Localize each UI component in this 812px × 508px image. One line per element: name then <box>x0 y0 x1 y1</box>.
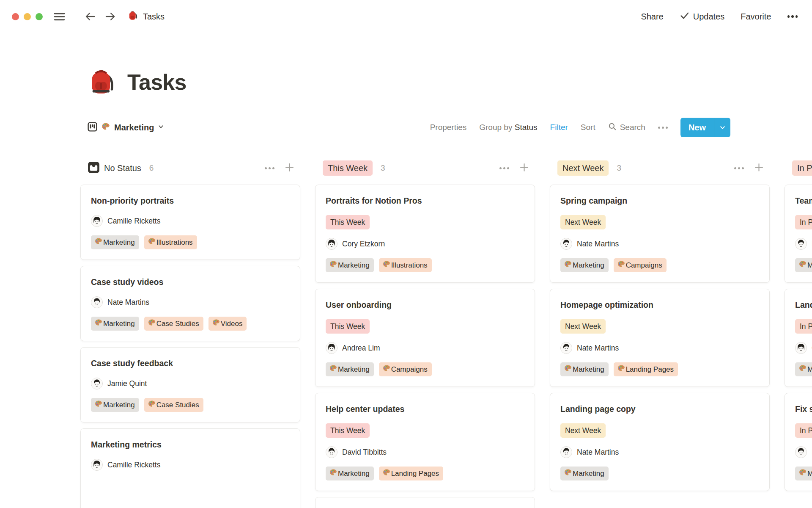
avatar <box>560 342 572 354</box>
column-name-badge: Next Week <box>557 160 609 176</box>
more-options-icon[interactable] <box>787 15 798 18</box>
column-name-badge: In Pr <box>792 160 812 176</box>
breadcrumb-title: Tasks <box>143 12 165 22</box>
card-title: Portraits for Notion Pros <box>326 195 524 207</box>
palette-icon <box>617 364 625 375</box>
sort-button[interactable]: Sort <box>581 123 595 132</box>
task-card[interactable]: Non-priority portraits Camille Ricketts … <box>80 185 300 260</box>
column-add-icon[interactable] <box>285 163 294 174</box>
palette-icon <box>329 468 337 479</box>
new-button-label[interactable]: New <box>680 118 714 137</box>
assignee-name: Camille Ricketts <box>107 215 160 227</box>
card-partial[interactable] <box>315 497 535 508</box>
avatar <box>326 446 337 458</box>
chevron-down-icon <box>158 124 164 132</box>
tag: Marketing <box>326 467 374 480</box>
sidebar-menu-icon[interactable] <box>53 10 66 23</box>
view-toolbar: Marketing Properties Group by Status Fil… <box>0 118 812 137</box>
column-more-icon[interactable] <box>734 167 744 169</box>
card-title: Landing page copy <box>560 403 759 415</box>
column-header[interactable]: Next Week 3 <box>550 158 770 178</box>
task-card[interactable]: Help center updates This Week David Tibb… <box>315 393 535 491</box>
task-card[interactable]: Case study videos Nate Martins Marketing… <box>80 266 300 341</box>
assignee: Camille Ricketts <box>91 459 290 471</box>
tags-row: Marketing Campaigns <box>560 258 759 272</box>
page-title[interactable]: Tasks <box>127 71 187 93</box>
updates-button[interactable]: Updates <box>680 11 725 22</box>
assignee-name: Nate Martins <box>577 342 619 354</box>
view-selector[interactable]: Marketing <box>88 122 164 133</box>
zoom-window-button[interactable] <box>36 13 43 20</box>
assignee: Nate Martins <box>560 238 759 250</box>
assignee-name: Nate Martins <box>577 238 619 250</box>
card-title: Marketing metrics <box>91 439 290 450</box>
column-header[interactable]: No Status 6 <box>80 158 300 178</box>
palette-icon <box>148 318 156 329</box>
backpack-icon <box>128 10 138 23</box>
toolbar-actions: Properties Group by Status Filter Sort S… <box>430 118 730 137</box>
column-add-icon[interactable] <box>754 163 764 174</box>
assignee-name: David Tibbitts <box>342 446 387 458</box>
tag: M <box>795 362 812 376</box>
tags-row: Marketing Illustrations <box>326 258 524 272</box>
column-more-icon[interactable] <box>499 167 509 169</box>
palette-icon <box>212 318 220 329</box>
backpack-icon[interactable] <box>88 67 116 97</box>
back-arrow-icon[interactable] <box>84 10 96 23</box>
group-by-button[interactable]: Group by Status <box>479 123 537 132</box>
breadcrumb[interactable]: Tasks <box>128 10 165 23</box>
column-count: 3 <box>381 163 385 173</box>
avatar <box>795 446 807 458</box>
favorite-button[interactable]: Favorite <box>741 12 771 22</box>
assignee-name: Cory Etzkorn <box>342 238 385 250</box>
column-header[interactable]: In Pr <box>785 158 812 178</box>
task-card[interactable]: Land In P C M La <box>785 289 812 387</box>
status-badge: Next Week <box>560 423 606 438</box>
column-header[interactable]: This Week 3 <box>315 158 535 178</box>
card-title: Land <box>795 299 812 311</box>
avatar <box>795 342 807 354</box>
column-cards: Non-priority portraits Camille Ricketts … <box>80 185 300 508</box>
task-card[interactable]: Fix s In P D M <box>785 393 812 491</box>
assignee: Camille Ricketts <box>91 215 290 227</box>
avatar <box>560 446 572 458</box>
task-card[interactable]: Portraits for Notion Pros This Week Cory… <box>315 185 535 283</box>
tag: Marketing <box>91 317 139 331</box>
card-title: Non-priority portraits <box>91 195 290 207</box>
task-card[interactable]: Spring campaign Next Week Nate Martins M… <box>550 185 770 283</box>
palette-icon <box>798 260 807 271</box>
column-cards: Spring campaign Next Week Nate Martins M… <box>550 185 770 491</box>
column-cards: Portraits for Notion Pros This Week Cory… <box>315 185 535 508</box>
card-title: Case study videos <box>91 276 290 288</box>
palette-icon <box>148 237 156 248</box>
forward-arrow-icon[interactable] <box>104 10 117 23</box>
new-button[interactable]: New <box>680 118 730 137</box>
status-badge: In P <box>795 319 812 334</box>
assignee: C <box>795 342 812 354</box>
search-button[interactable]: Search <box>608 122 645 133</box>
new-dropdown-icon[interactable] <box>714 118 730 137</box>
close-window-button[interactable] <box>12 13 19 20</box>
tags-row: Marketing Case Studies <box>91 398 290 412</box>
task-card[interactable]: Landing page copy Next Week Nate Martins… <box>550 393 770 491</box>
tags-row: Marketing Illustrations <box>91 235 290 249</box>
traffic-lights <box>12 13 43 20</box>
share-button[interactable]: Share <box>641 12 663 22</box>
task-card[interactable]: Team In P Da M <box>785 185 812 283</box>
tag: Videos <box>208 317 247 331</box>
tag: Marketing <box>91 235 139 249</box>
column-add-icon[interactable] <box>519 163 529 174</box>
assignee: D <box>795 446 812 458</box>
task-card[interactable]: Case study feedback Jamie Quint Marketin… <box>80 347 300 422</box>
filter-button[interactable]: Filter <box>550 123 568 132</box>
column-more-icon[interactable] <box>265 167 274 169</box>
page-header: Tasks <box>88 63 812 102</box>
task-card[interactable]: User onboarding This Week Andrea Lim Mar… <box>315 289 535 387</box>
properties-button[interactable]: Properties <box>430 123 467 132</box>
task-card[interactable]: Marketing metrics Camille Ricketts <box>80 428 300 508</box>
column-cards: Team In P Da M Land In P C M <box>785 185 812 491</box>
card-title: User onboarding <box>326 299 524 311</box>
minimize-window-button[interactable] <box>24 13 31 20</box>
toolbar-more-icon[interactable] <box>658 127 668 129</box>
task-card[interactable]: Homepage optimization Next Week Nate Mar… <box>550 289 770 387</box>
